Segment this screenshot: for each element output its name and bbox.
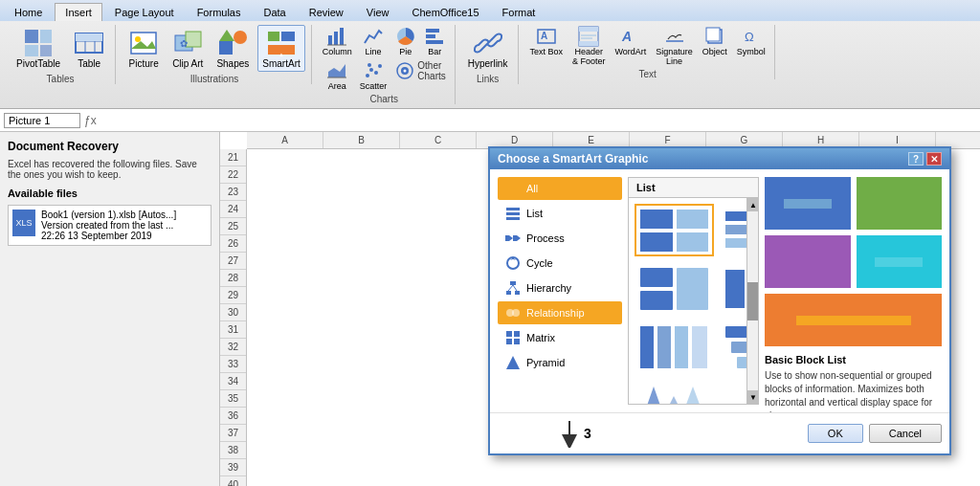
- clipart-button[interactable]: ✿ Clip Art: [167, 25, 208, 72]
- svg-rect-57: [506, 208, 520, 210]
- wordart-icon: A: [620, 26, 641, 47]
- header-footer-button[interactable]: Header& Footer: [569, 25, 609, 67]
- category-all[interactable]: All: [498, 177, 622, 200]
- symbol-button[interactable]: Ω Symbol: [734, 25, 768, 57]
- svg-rect-0: [25, 30, 38, 43]
- category-process[interactable]: Process: [498, 227, 622, 250]
- svg-rect-75: [506, 339, 512, 344]
- preview-item-6[interactable]: [720, 262, 746, 315]
- smartart-dialog: Choose a SmartArt Graphic ? ✕: [488, 146, 951, 455]
- preview-item-5[interactable]: [635, 262, 714, 315]
- tab-formulas[interactable]: Formulas: [187, 3, 252, 21]
- object-button[interactable]: Object: [700, 25, 730, 57]
- picture-label: Picture: [129, 58, 159, 69]
- scatter-chart-button[interactable]: Scatter: [357, 59, 390, 92]
- other-charts-button[interactable]: OtherCharts: [391, 59, 448, 82]
- category-cycle[interactable]: Cycle: [498, 252, 622, 275]
- row-35: 35: [220, 390, 246, 408]
- svg-point-33: [369, 68, 373, 72]
- svg-line-70: [513, 285, 517, 291]
- row-32: 32: [220, 339, 246, 356]
- dialog-close-button[interactable]: ✕: [926, 152, 942, 166]
- formula-input[interactable]: [100, 115, 976, 126]
- shapes-button[interactable]: Shapes: [212, 25, 254, 72]
- cancel-button[interactable]: Cancel: [869, 424, 942, 443]
- category-matrix[interactable]: Matrix: [498, 326, 622, 349]
- svg-rect-62: [513, 235, 517, 241]
- links-group: Hyperlink Links: [457, 25, 520, 84]
- wordart-button[interactable]: A WordArt: [612, 25, 649, 57]
- svg-point-39: [404, 70, 407, 73]
- tab-review[interactable]: Review: [299, 3, 354, 21]
- svg-rect-53: [506, 182, 512, 188]
- preview-item-1[interactable]: [635, 204, 714, 256]
- tab-view[interactable]: View: [356, 3, 400, 21]
- svg-rect-27: [426, 29, 439, 33]
- down-arrow-3: [555, 419, 584, 448]
- signature-line-label: SignatureLine: [656, 47, 693, 66]
- dialog-help-button[interactable]: ?: [908, 152, 924, 166]
- row-34: 34: [220, 373, 246, 390]
- column-chart-icon: [326, 26, 347, 47]
- row-23: 23: [220, 184, 246, 201]
- category-all-icon: [505, 181, 521, 196]
- svg-text:▲: ▲: [278, 52, 284, 57]
- desc-color-green: [857, 177, 943, 230]
- svg-rect-28: [426, 34, 435, 38]
- row-numbers: 21 22 23 24 25 26 27 28 29 30 31 32 33 3…: [220, 149, 247, 486]
- file-item[interactable]: XLS Book1 (version 1).xlsb [Autos...] Ve…: [8, 205, 212, 246]
- hyperlink-button[interactable]: Hyperlink: [463, 25, 513, 72]
- available-files-label: Available files: [8, 188, 212, 199]
- svg-rect-109: [737, 357, 746, 368]
- picture-button[interactable]: Picture: [123, 25, 164, 72]
- links-group-label: Links: [477, 74, 499, 84]
- preview-grid[interactable]: [629, 198, 746, 404]
- formula-bar: ƒx: [0, 109, 980, 132]
- tab-data[interactable]: Data: [253, 3, 296, 21]
- area-chart-button[interactable]: Area: [320, 59, 355, 92]
- svg-rect-105: [675, 326, 688, 368]
- signature-line-button[interactable]: SignatureLine: [653, 25, 696, 67]
- svg-text:Ω: Ω: [745, 30, 754, 44]
- svg-point-72: [512, 309, 520, 317]
- preview-item-2[interactable]: [720, 204, 746, 256]
- preview-item-9[interactable]: [635, 320, 714, 373]
- table-button[interactable]: Table: [69, 25, 109, 72]
- object-icon: [704, 26, 725, 47]
- preview-scrollbar[interactable]: ▲ ▼: [746, 198, 758, 404]
- preview-item-10[interactable]: [720, 320, 746, 373]
- wordart-label: WordArt: [614, 47, 646, 56]
- tab-home[interactable]: Home: [4, 3, 53, 21]
- preview-item-13[interactable]: [635, 379, 714, 404]
- row-37: 37: [220, 425, 246, 442]
- pie-chart-icon: [395, 26, 416, 47]
- tab-format[interactable]: Format: [492, 3, 546, 21]
- category-pyramid[interactable]: Pyramid: [498, 351, 622, 374]
- row-25: 25: [220, 218, 246, 235]
- name-box[interactable]: [4, 113, 80, 128]
- pivottable-button[interactable]: PivotTable: [11, 25, 65, 72]
- category-list[interactable]: List: [498, 202, 622, 225]
- svg-marker-119: [679, 387, 707, 405]
- category-cycle-label: Cycle: [526, 257, 553, 269]
- svg-rect-80: [677, 210, 708, 229]
- dialog-description: Basic Block List Use to show non-sequent…: [765, 177, 942, 405]
- ok-button[interactable]: OK: [808, 424, 863, 443]
- tab-page-layout[interactable]: Page Layout: [104, 3, 185, 21]
- preview-item-14[interactable]: [720, 379, 746, 404]
- scatter-label: Scatter: [360, 81, 388, 91]
- category-relationship[interactable]: Relationship: [498, 301, 622, 324]
- header-footer-label: Header& Footer: [572, 47, 606, 66]
- bar-chart-button[interactable]: Bar: [421, 25, 449, 57]
- category-hierarchy[interactable]: Hierarchy: [498, 276, 622, 299]
- tab-insert[interactable]: Insert: [55, 3, 102, 21]
- smartart-button[interactable]: ▲ SmartArt: [257, 25, 304, 72]
- tab-chemoffice[interactable]: ChemOffice15: [401, 3, 489, 21]
- pie-chart-button[interactable]: Pie: [391, 25, 419, 57]
- table-label: Table: [78, 58, 100, 69]
- column-chart-button[interactable]: Column: [320, 25, 355, 57]
- charts-group-label: Charts: [370, 94, 398, 104]
- textbox-button[interactable]: A Text Box: [526, 25, 566, 57]
- line-chart-button[interactable]: Line: [357, 25, 390, 57]
- pie-label: Pie: [399, 47, 412, 56]
